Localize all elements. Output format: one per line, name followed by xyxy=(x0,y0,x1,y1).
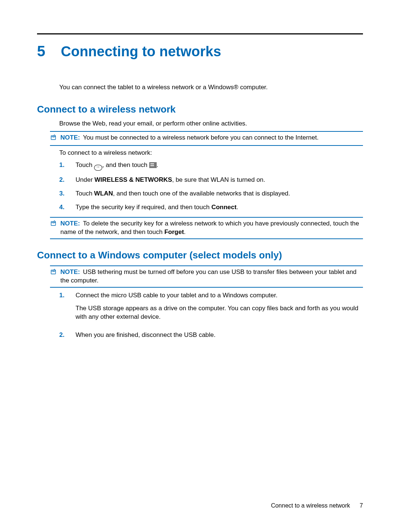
section1-note1: NOTE:You must be connected to a wireless… xyxy=(50,131,363,146)
step-number: 1. xyxy=(59,161,67,171)
step-number: 2. xyxy=(59,331,67,339)
chapter-header: 5 Connecting to networks xyxy=(37,41,363,61)
note-label: NOTE: xyxy=(60,134,80,141)
section2-heading: Connect to a Windows computer (select mo… xyxy=(37,249,363,262)
note-text: NOTE:You must be connected to a wireless… xyxy=(60,134,363,142)
page-footer: Connect to a wireless network 7 xyxy=(271,502,363,510)
note-body: You must be connected to a wireless netw… xyxy=(83,134,319,141)
step-body: Type the security key if required, and t… xyxy=(76,203,363,212)
step-body: Touch WLAN, and then touch one of the av… xyxy=(76,190,363,198)
settings-icon xyxy=(149,162,157,168)
section1-heading: Connect to a wireless network xyxy=(37,103,363,116)
note-icon xyxy=(50,220,58,229)
step-body: Connect the micro USB cable to your tabl… xyxy=(76,291,363,326)
chapter-number: 5 xyxy=(37,41,45,61)
top-rule xyxy=(37,33,363,34)
document-page: 5 Connecting to networks You can connect… xyxy=(0,0,400,532)
step-2: 2. Under WIRELESS & NETWORKS, be sure th… xyxy=(59,176,363,184)
intro-paragraph: You can connect the tablet to a wireless… xyxy=(59,83,363,92)
note-text: NOTE:To delete the security key for a wi… xyxy=(60,220,363,237)
step-4: 4. Type the security key if required, an… xyxy=(59,203,363,212)
step-2: 2. When you are finished, disconnect the… xyxy=(59,331,363,339)
section2-note: NOTE:USB tethering must be turned off be… xyxy=(50,265,363,288)
step-1: 1. Connect the micro USB cable to your t… xyxy=(59,291,363,326)
step-body: Under WIRELESS & NETWORKS, be sure that … xyxy=(76,176,363,184)
step-number: 1. xyxy=(59,291,67,326)
section1-note2: NOTE:To delete the security key for a wi… xyxy=(50,217,363,239)
footer-page-number: 7 xyxy=(360,502,363,510)
step-body: When you are finished, disconnect the US… xyxy=(76,331,363,339)
step-number: 4. xyxy=(59,203,67,212)
note-icon xyxy=(50,268,58,278)
step-body: Touch ∶∶∶, and then touch . xyxy=(76,161,363,171)
step-number: 2. xyxy=(59,176,67,184)
step-3: 3. Touch WLAN, and then touch one of the… xyxy=(59,190,363,198)
note-text: NOTE:USB tethering must be turned off be… xyxy=(60,268,363,285)
chapter-title: Connecting to networks xyxy=(61,42,221,61)
footer-section: Connect to a wireless network xyxy=(271,502,350,510)
section1-intro: Browse the Web, read your email, or perf… xyxy=(59,120,363,128)
note-icon xyxy=(50,134,58,143)
section1-lead: To connect to a wireless network: xyxy=(59,149,363,157)
note-label: NOTE: xyxy=(60,268,80,275)
section2-steps: 1. Connect the micro USB cable to your t… xyxy=(59,291,363,339)
step-number: 3. xyxy=(59,190,67,198)
section1-steps: 1. Touch ∶∶∶, and then touch . 2. Under … xyxy=(59,161,363,212)
step-1: 1. Touch ∶∶∶, and then touch . xyxy=(59,161,363,171)
apps-icon: ∶∶∶ xyxy=(94,165,102,171)
note-label: NOTE: xyxy=(60,220,80,227)
